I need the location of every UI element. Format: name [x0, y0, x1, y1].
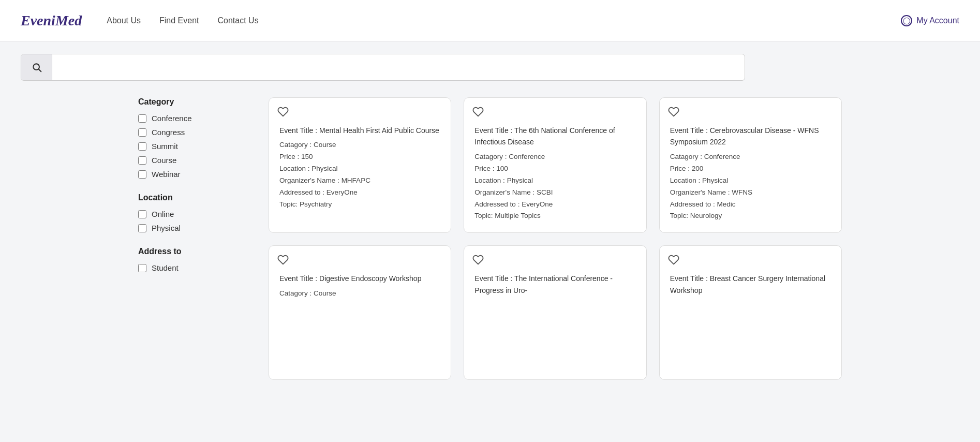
- favorite-icon-6[interactable]: [668, 254, 679, 266]
- event-card-1-content: Event Title : Mental Health First Aid Pu…: [279, 125, 440, 211]
- event-title-1: Event Title : Mental Health First Aid Pu…: [279, 125, 440, 136]
- event-title-6: Event Title : Breast Cancer Surgery Inte…: [670, 273, 831, 296]
- favorite-icon-2[interactable]: [472, 106, 484, 117]
- navbar: EveniMed About Us Find Event Contact Us …: [0, 0, 980, 41]
- event-details-2: Catagory : Conference Price : 100 Locati…: [474, 151, 635, 223]
- svg-line-1: [39, 69, 41, 71]
- address-section: Address to Student: [138, 247, 252, 272]
- filter-summit[interactable]: Summit: [138, 142, 252, 151]
- filter-webinar[interactable]: Webinar: [138, 170, 252, 179]
- favorite-icon-4[interactable]: [277, 254, 289, 266]
- checkbox-conference[interactable]: [138, 114, 146, 123]
- checkbox-online[interactable]: [138, 210, 146, 218]
- search-button[interactable]: [21, 54, 52, 80]
- event-details-4: Catagory : Course: [279, 288, 440, 300]
- event-card-4[interactable]: Event Title : Digestive Endoscopy Worksh…: [269, 245, 451, 380]
- event-details-1: Catagory : Course Price : 150 Location :…: [279, 139, 440, 211]
- location-title: Location: [138, 193, 252, 202]
- nav-about-us[interactable]: About Us: [107, 16, 141, 25]
- favorite-icon-1[interactable]: [277, 106, 289, 117]
- event-card-2-content: Event Title : The 6th National Conferenc…: [474, 125, 635, 222]
- main-layout: Category Conference Congress Summit Cour…: [117, 85, 863, 392]
- svg-point-0: [33, 64, 39, 70]
- event-card-6-content: Event Title : Breast Cancer Surgery Inte…: [670, 273, 831, 299]
- account-label: My Account: [916, 16, 959, 25]
- event-card-3-content: Event Title : Cerebrovascular Disease - …: [670, 125, 831, 222]
- search-input[interactable]: [52, 63, 745, 72]
- event-card-5[interactable]: Event Title : The International Conferen…: [464, 245, 646, 380]
- address-title: Address to: [138, 247, 252, 256]
- filter-online[interactable]: Online: [138, 210, 252, 218]
- search-icon: [32, 62, 42, 72]
- filter-conference[interactable]: Conference: [138, 114, 252, 123]
- sidebar: Category Conference Congress Summit Cour…: [138, 97, 252, 380]
- event-card-2[interactable]: Event Title : The 6th National Conferenc…: [464, 97, 646, 233]
- event-card-3[interactable]: Event Title : Cerebrovascular Disease - …: [659, 97, 842, 233]
- location-section: Location Online Physical: [138, 193, 252, 232]
- event-title-4: Event Title : Digestive Endoscopy Worksh…: [279, 273, 440, 284]
- checkbox-webinar[interactable]: [138, 170, 146, 179]
- category-section: Category Conference Congress Summit Cour…: [138, 97, 252, 179]
- favorite-icon-3[interactable]: [668, 106, 679, 117]
- checkbox-congress[interactable]: [138, 128, 146, 137]
- checkbox-student[interactable]: [138, 264, 146, 272]
- nav-find-event[interactable]: Find Event: [159, 16, 199, 25]
- search-section: [0, 41, 980, 85]
- checkbox-summit[interactable]: [138, 142, 146, 151]
- event-title-2: Event Title : The 6th National Conferenc…: [474, 125, 635, 148]
- event-details-3: Catagory : Conference Price : 200 Locati…: [670, 151, 831, 223]
- nav-contact-us[interactable]: Contact Us: [218, 16, 259, 25]
- nav-links: About Us Find Event Contact Us: [107, 16, 901, 25]
- checkbox-course[interactable]: [138, 156, 146, 165]
- logo: EveniMed: [21, 12, 82, 29]
- event-card-1[interactable]: Event Title : Mental Health First Aid Pu…: [269, 97, 451, 233]
- event-grid: Event Title : Mental Health First Aid Pu…: [269, 97, 842, 380]
- event-card-6[interactable]: Event Title : Breast Cancer Surgery Inte…: [659, 245, 842, 380]
- event-title-3: Event Title : Cerebrovascular Disease - …: [670, 125, 831, 148]
- event-card-5-content: Event Title : The International Conferen…: [474, 273, 635, 299]
- filter-course[interactable]: Course: [138, 156, 252, 165]
- account-icon: ◯: [901, 15, 912, 26]
- favorite-icon-5[interactable]: [472, 254, 484, 266]
- event-title-5: Event Title : The International Conferen…: [474, 273, 635, 296]
- checkbox-physical[interactable]: [138, 224, 146, 232]
- filter-congress[interactable]: Congress: [138, 128, 252, 137]
- my-account[interactable]: ◯ My Account: [901, 15, 959, 26]
- filter-physical[interactable]: Physical: [138, 224, 252, 232]
- filter-student[interactable]: Student: [138, 263, 252, 272]
- search-bar: [21, 54, 745, 81]
- category-title: Category: [138, 97, 252, 107]
- event-card-4-content: Event Title : Digestive Endoscopy Worksh…: [279, 273, 440, 299]
